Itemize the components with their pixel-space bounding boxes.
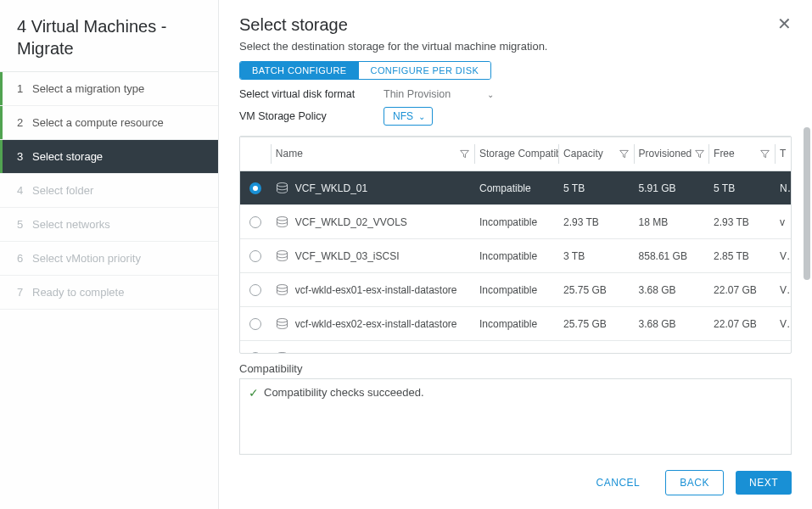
row-free: 2.85 TB: [708, 239, 775, 273]
row-capacity: 25.75 GB: [558, 273, 634, 307]
col-free[interactable]: Free: [708, 137, 775, 171]
row-t: V: [775, 341, 791, 355]
page-title: Select storage: [239, 15, 547, 35]
step-7: 7Ready to complete: [0, 276, 218, 310]
checkmark-icon: ✓: [249, 386, 259, 400]
step-label: Select a migration type: [32, 82, 144, 95]
row-radio[interactable]: [249, 284, 261, 296]
cancel-button[interactable]: CANCEL: [583, 471, 654, 495]
step-4: 4Select folder: [0, 174, 218, 208]
storage-policy-select[interactable]: NFS ⌄: [384, 107, 433, 126]
step-number: 1: [17, 82, 32, 95]
col-provisioned[interactable]: Provisioned: [634, 137, 709, 171]
step-2[interactable]: 2Select a compute resource: [0, 106, 218, 140]
step-number: 5: [17, 218, 32, 231]
row-provisioned: 5.91 GB: [634, 171, 709, 205]
step-3[interactable]: 3Select storage: [0, 140, 218, 174]
row-name: vcf-wkld-esx03-esx-install-datastore: [295, 352, 457, 355]
step-label: Select vMotion priority: [32, 252, 141, 265]
disk-format-label: Select virtual disk format: [239, 88, 384, 100]
row-t: N: [775, 171, 791, 205]
filter-icon[interactable]: [460, 149, 469, 159]
row-name: VCF_WKLD_01: [295, 182, 367, 194]
compatibility-message: Compatibility checks succeeded.: [264, 386, 424, 399]
step-label: Select networks: [32, 218, 110, 231]
table-row[interactable]: VCF_WKLD_03_iSCSIIncompatible3 TB858.61 …: [240, 239, 791, 273]
storage-policy-value: NFS: [393, 110, 413, 122]
row-capacity: 25.75 GB: [558, 307, 634, 341]
step-label: Select a compute resource: [32, 116, 164, 129]
step-6: 6Select vMotion priority: [0, 242, 218, 276]
close-icon[interactable]: ✕: [777, 15, 792, 32]
col-capacity[interactable]: Capacity: [558, 137, 634, 171]
step-label: Select folder: [32, 184, 93, 197]
col-name[interactable]: Name: [271, 137, 474, 171]
step-number: 7: [17, 286, 32, 299]
step-number: 4: [17, 184, 32, 197]
chevron-down-icon: ⌄: [418, 112, 425, 121]
row-capacity: 2.93 TB: [558, 205, 634, 239]
row-radio[interactable]: [249, 182, 261, 194]
row-name: vcf-wkld-esx02-esx-install-datastore: [295, 318, 457, 330]
filter-icon[interactable]: [695, 149, 704, 159]
step-number: 2: [17, 116, 32, 129]
row-capacity: 25.75 GB: [558, 341, 634, 355]
filter-icon[interactable]: [760, 149, 770, 159]
row-provisioned: 18 MB: [634, 205, 709, 239]
table-row[interactable]: vcf-wkld-esx01-esx-install-datastoreInco…: [240, 273, 791, 307]
chevron-down-icon: ⌄: [487, 90, 494, 99]
row-free: 22.07 GB: [708, 273, 775, 307]
row-provisioned: 3.68 GB: [634, 307, 709, 341]
step-5: 5Select networks: [0, 208, 218, 242]
disk-format-select[interactable]: Thin Provision ⌄: [384, 88, 494, 100]
row-name: VCF_WKLD_02_VVOLS: [295, 216, 407, 228]
row-provisioned: 3.68 GB: [634, 273, 709, 307]
step-label: Ready to complete: [32, 286, 124, 299]
compatibility-label: Compatibility: [239, 362, 792, 375]
table-row[interactable]: vcf-wkld-esx02-esx-install-datastoreInco…: [240, 307, 791, 341]
col-compat[interactable]: Storage Compatibility: [474, 137, 558, 171]
tab-batch-configure[interactable]: BATCH CONFIGURE: [240, 62, 359, 79]
row-compat: Incompatible: [474, 307, 558, 341]
row-t: V: [775, 273, 791, 307]
row-radio[interactable]: [249, 318, 261, 330]
step-label: Select storage: [32, 150, 103, 163]
row-t: V: [775, 307, 791, 341]
next-button[interactable]: NEXT: [736, 471, 792, 495]
table-row[interactable]: VCF_WKLD_02_VVOLSIncompatible2.93 TB18 M…: [240, 205, 791, 239]
datastore-icon: [276, 182, 288, 193]
row-capacity: 3 TB: [558, 239, 634, 273]
row-compat: Incompatible: [474, 273, 558, 307]
storage-policy-label: VM Storage Policy: [239, 110, 384, 122]
datastore-icon: [276, 318, 288, 329]
storage-table: Name Storage Compatibility Capacity Prov…: [240, 137, 791, 354]
disk-format-value: Thin Provision: [384, 88, 451, 100]
table-row[interactable]: vcf-wkld-esx03-esx-install-datastoreInco…: [240, 341, 791, 355]
row-t: V: [775, 239, 791, 273]
filter-icon[interactable]: [619, 149, 629, 159]
row-compat: Compatible: [474, 171, 558, 205]
row-compat: Incompatible: [474, 205, 558, 239]
row-name: vcf-wkld-esx01-esx-install-datastore: [295, 284, 457, 296]
back-button[interactable]: BACK: [665, 470, 724, 495]
row-free: 5 TB: [708, 171, 775, 205]
row-name: VCF_WKLD_03_iSCSI: [295, 250, 400, 262]
wizard-title: 4 Virtual Machines - Migrate: [17, 15, 201, 59]
row-radio[interactable]: [249, 216, 261, 228]
datastore-icon: [276, 352, 288, 354]
row-radio[interactable]: [249, 250, 261, 262]
datastore-icon: [276, 216, 288, 227]
table-row[interactable]: VCF_WKLD_01Compatible5 TB5.91 GB5 TBN: [240, 171, 791, 205]
tab-configure-per-disk[interactable]: CONFIGURE PER DISK: [359, 62, 491, 79]
row-t: v: [775, 205, 791, 239]
row-compat: Incompatible: [474, 239, 558, 273]
page-subtitle: Select the destination storage for the v…: [239, 40, 547, 53]
step-number: 3: [17, 150, 32, 163]
row-radio[interactable]: [249, 352, 261, 354]
col-t[interactable]: T: [775, 137, 791, 171]
datastore-icon: [276, 250, 288, 261]
vertical-scrollbar[interactable]: [804, 127, 810, 280]
row-provisioned: 858.61 GB: [634, 239, 709, 273]
step-1[interactable]: 1Select a migration type: [0, 72, 218, 106]
compatibility-panel: ✓ Compatibility checks succeeded.: [239, 378, 792, 455]
